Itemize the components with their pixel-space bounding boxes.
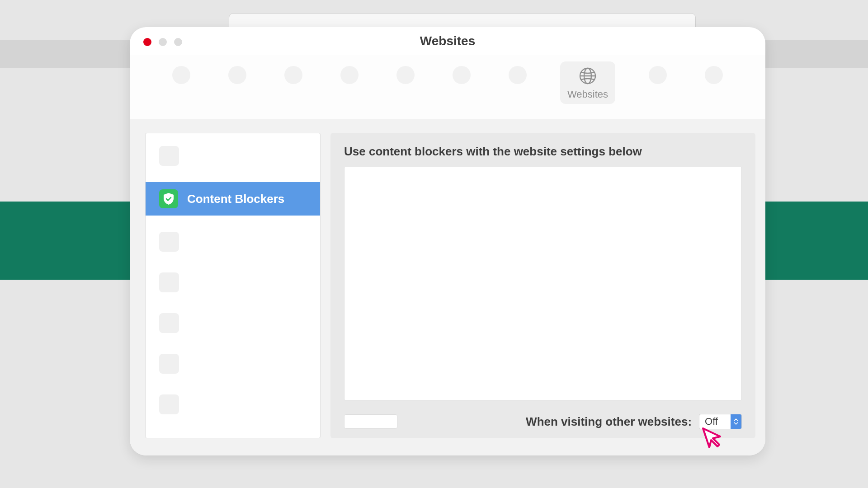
default-setting-dropdown[interactable]: Off	[699, 414, 742, 429]
window-title: Websites	[420, 34, 475, 48]
preferences-window: Websites Websites	[130, 27, 765, 455]
close-window-button[interactable]	[143, 38, 151, 46]
dropdown-label: When visiting other websites:	[526, 415, 692, 429]
content-area: Content Blockers Use content blockers wi…	[130, 119, 765, 455]
placeholder-icon	[396, 66, 415, 84]
sidebar-item-placeholder[interactable]	[146, 309, 320, 338]
panel-heading: Use content blockers with the website se…	[344, 145, 742, 159]
sidebar-item-placeholder[interactable]	[146, 141, 320, 170]
toolbar-tab-placeholder[interactable]	[168, 61, 195, 87]
placeholder-icon	[509, 66, 527, 84]
toolbar-tab-placeholder[interactable]	[280, 61, 307, 87]
toolbar-tab-placeholder[interactable]	[224, 61, 251, 87]
stepper-arrows-icon	[731, 414, 741, 429]
sidebar-item-content-blockers[interactable]: Content Blockers	[146, 182, 320, 216]
shield-check-icon	[159, 189, 178, 208]
placeholder-icon	[159, 313, 179, 333]
settings-sidebar: Content Blockers	[145, 133, 321, 438]
globe-icon	[578, 66, 598, 86]
websites-list[interactable]	[344, 167, 742, 400]
toolbar-tab-label: Websites	[567, 89, 608, 100]
toolbar-tab-placeholder[interactable]	[644, 61, 671, 87]
sidebar-item-placeholder[interactable]	[146, 390, 320, 419]
sidebar-item-label: Content Blockers	[187, 192, 284, 206]
toolbar-tab-placeholder[interactable]	[336, 61, 363, 87]
main-panel: Use content blockers with the website se…	[330, 133, 755, 438]
sidebar-item-placeholder[interactable]	[146, 349, 320, 378]
traffic-lights	[143, 38, 182, 46]
sidebar-item-placeholder[interactable]	[146, 268, 320, 297]
placeholder-icon	[172, 66, 190, 84]
sidebar-item-placeholder[interactable]	[146, 227, 320, 256]
dropdown-value: Off	[699, 416, 731, 427]
placeholder-icon	[159, 354, 179, 374]
placeholder-icon	[705, 66, 723, 84]
placeholder-icon	[453, 66, 471, 84]
preferences-toolbar: Websites	[130, 55, 765, 119]
placeholder-icon	[159, 394, 179, 414]
toolbar-tab-websites[interactable]: Websites	[560, 61, 615, 104]
placeholder-icon	[340, 66, 359, 84]
placeholder-icon	[159, 232, 179, 252]
panel-bottom-row: When visiting other websites: Off	[344, 414, 742, 429]
maximize-window-button[interactable]	[174, 38, 182, 46]
default-setting-group: When visiting other websites: Off	[526, 414, 742, 429]
placeholder-icon	[649, 66, 667, 84]
remove-button[interactable]	[344, 414, 397, 429]
minimize-window-button[interactable]	[159, 38, 167, 46]
placeholder-icon	[159, 146, 179, 166]
toolbar-tab-placeholder[interactable]	[448, 61, 475, 87]
toolbar-tab-placeholder[interactable]	[392, 61, 419, 87]
toolbar-tab-placeholder[interactable]	[700, 61, 727, 87]
placeholder-icon	[159, 272, 179, 292]
placeholder-icon	[284, 66, 302, 84]
placeholder-icon	[228, 66, 246, 84]
window-titlebar: Websites	[130, 27, 765, 55]
toolbar-tab-placeholder[interactable]	[504, 61, 531, 87]
